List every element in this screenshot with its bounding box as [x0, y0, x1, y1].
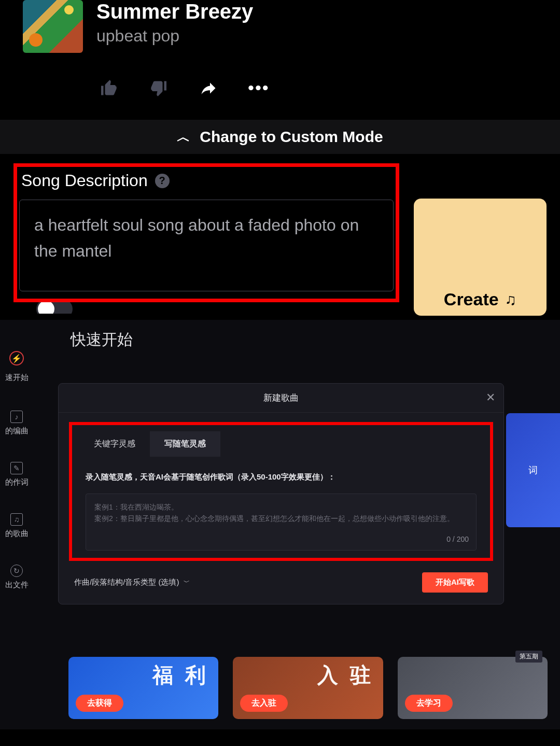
track-row: Summer Breezy upbeat pop	[0, 0, 560, 63]
sidebar-item-lyrics[interactable]: ✎ 的作词	[0, 462, 33, 487]
tab-keyword[interactable]: 关键字灵感	[79, 431, 150, 457]
advanced-options[interactable]: 作曲/段落结构/音乐类型 (选填) ﹀	[74, 578, 190, 587]
tab-freewrite[interactable]: 写随笔灵感	[150, 431, 220, 457]
instrumental-row	[13, 302, 399, 314]
new-song-modal: 新建歌曲 ✕ 关键字灵感 写随笔灵感 录入随笔灵感，天音AI会基于随笔创作歌词（…	[58, 383, 504, 604]
sidebar-item-songs[interactable]: ♫ 的歌曲	[0, 513, 33, 539]
custom-mode-toggle[interactable]: ︿ Change to Custom Mode	[0, 120, 560, 154]
create-label: Create	[444, 289, 499, 309]
thumbs-up-icon[interactable]	[99, 79, 119, 97]
compose-icon: ♪	[10, 411, 23, 423]
track-actions: •••	[0, 63, 560, 120]
promo-card-benefits[interactable]: 福 利 去获得	[68, 657, 218, 719]
more-icon[interactable]: •••	[248, 78, 270, 98]
sidebar-item-compose[interactable]: ♪ 的编曲	[0, 411, 33, 436]
example-2: 案例2：整日脑子里都是他，心心念念期待偶遇，甚至幻想怎么才能和他在一起，总想做些…	[94, 513, 468, 524]
thumbs-down-icon[interactable]	[148, 79, 169, 97]
bottom-music-app: 快速开始 ⚡ 速开始 ♪ 的编曲 ✎ 的作词 ♫ 的歌曲 ↻ 出文件 词 新建	[0, 320, 560, 729]
sidebar: ⚡ 速开始 ♪ 的编曲 ✎ 的作词 ♫ 的歌曲 ↻ 出文件	[0, 351, 33, 590]
track-genre: upbeat pop	[96, 26, 253, 46]
create-card[interactable]: Create ♫	[414, 199, 547, 316]
instrumental-toggle[interactable]	[36, 302, 73, 314]
inspiration-input[interactable]: 案例1：我在西湖边喝茶。 案例2：整日脑子里都是他，心心念念期待偶遇，甚至幻想怎…	[86, 494, 477, 551]
chevron-up-icon: ︿	[177, 128, 190, 146]
chevron-down-icon: ﹀	[184, 578, 190, 587]
inspiration-tabs: 关键字灵感 写随笔灵感	[72, 425, 490, 457]
music-note-icon: ♫	[505, 291, 517, 308]
mode-bar-label: Change to Custom Mode	[200, 128, 383, 146]
promo-big-text: 入 驻	[317, 661, 374, 689]
promo-big-text: 福 利	[152, 661, 209, 689]
export-icon: ↻	[10, 565, 23, 577]
song-description-region: Song Description ? a heartfelt soul song…	[0, 154, 560, 320]
example-1: 案例1：我在西湖边喝茶。	[94, 501, 468, 513]
promo-btn-learn[interactable]: 去学习	[405, 695, 453, 712]
modal-footer: 作曲/段落结构/音乐类型 (选填) ﹀ 开始AI写歌	[59, 561, 503, 593]
share-icon[interactable]	[198, 79, 219, 97]
sidebar-item-export[interactable]: ↻ 出文件	[0, 565, 33, 590]
promo-btn-join[interactable]: 去入驻	[240, 695, 288, 712]
help-icon[interactable]: ?	[155, 174, 170, 188]
promo-btn-get[interactable]: 去获得	[76, 695, 123, 712]
track-meta: Summer Breezy upbeat pop	[96, 0, 253, 46]
song-description-input[interactable]: a heartfelt soul song about a faded phot…	[19, 200, 394, 291]
promo-card-join[interactable]: 入 驻 去入驻	[233, 657, 383, 719]
songs-icon: ♫	[10, 513, 23, 526]
modal-title: 新建歌曲	[263, 392, 299, 404]
track-title: Summer Breezy	[96, 0, 253, 23]
highlight-box-description: Song Description ? a heartfelt soul song…	[13, 163, 399, 302]
album-art[interactable]	[23, 0, 83, 53]
close-icon[interactable]: ✕	[486, 391, 495, 404]
promo-card-learn[interactable]: 第五期 去学习	[398, 657, 548, 719]
top-music-app: Summer Breezy upbeat pop ••• ︿ Change to…	[0, 0, 560, 320]
sidebar-item-quick[interactable]: 速开始	[0, 373, 33, 383]
lyrics-icon: ✎	[10, 462, 23, 474]
modal-header: 新建歌曲 ✕	[59, 384, 503, 413]
quick-start-title: 快速开始	[71, 329, 133, 350]
right-peek-card[interactable]: 词	[506, 413, 560, 527]
char-counter: 0 / 200	[446, 533, 469, 545]
start-ai-button[interactable]: 开始AI写歌	[422, 572, 488, 593]
bolt-icon[interactable]: ⚡	[9, 351, 24, 365]
highlight-box-modal: 关键字灵感 写随笔灵感 录入随笔灵感，天音AI会基于随笔创作歌词（录入50-10…	[69, 422, 493, 561]
promo-cards: 福 利 去获得 入 驻 去入驻 第五期 去学习	[68, 657, 548, 719]
prompt-instructions: 录入随笔灵感，天音AI会基于随笔创作歌词（录入50-100字效果更佳）：	[72, 457, 490, 489]
song-description-label: Song Description	[21, 171, 148, 190]
promo-badge: 第五期	[515, 651, 542, 663]
